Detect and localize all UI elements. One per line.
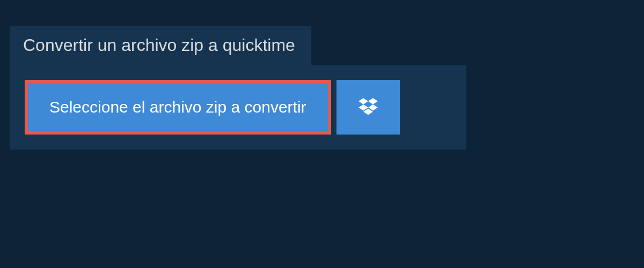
select-file-label: Seleccione el archivo zip a convertir — [49, 98, 306, 116]
dropbox-button[interactable] — [336, 80, 400, 135]
svg-marker-0 — [358, 98, 368, 105]
select-file-button[interactable]: Seleccione el archivo zip a convertir — [25, 80, 331, 135]
tab-title: Convertir un archivo zip a quicktime — [23, 35, 295, 55]
dropbox-icon — [358, 98, 378, 116]
tab-header: Convertir un archivo zip a quicktime — [10, 26, 311, 65]
upload-panel: Seleccione el archivo zip a convertir — [10, 65, 466, 150]
svg-marker-1 — [368, 98, 378, 105]
